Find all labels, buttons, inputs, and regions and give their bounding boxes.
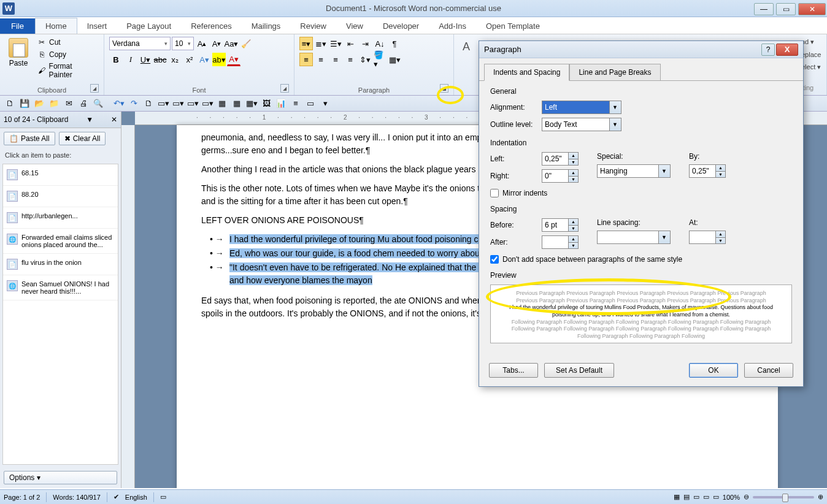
status-language[interactable]: English <box>125 494 147 501</box>
before-spinner[interactable]: 6 pt▲▼ <box>542 218 579 232</box>
align-left-button[interactable]: ≡ <box>299 53 313 66</box>
zoom-slider[interactable] <box>753 496 814 498</box>
ok-button[interactable]: OK <box>689 363 738 378</box>
increase-indent-button[interactable]: ⇥ <box>358 37 372 50</box>
numbering-button[interactable]: ≣▾ <box>314 37 328 50</box>
multilevel-button[interactable]: ☰▾ <box>329 37 342 50</box>
text-effects-button[interactable]: A▾ <box>198 53 211 66</box>
paste-all-button[interactable]: 📋Paste All <box>4 132 55 145</box>
view-read-icon[interactable]: ▤ <box>683 493 690 501</box>
qat-redo-icon[interactable]: ↷ <box>128 97 140 110</box>
zoom-out-button[interactable]: ⊖ <box>744 493 749 501</box>
underline-button[interactable]: U▾ <box>139 53 152 66</box>
insert-mode-icon[interactable]: ▭ <box>160 493 166 501</box>
mirror-indents-checkbox[interactable] <box>490 189 499 197</box>
clear-formatting-button[interactable]: 🧹 <box>239 37 253 50</box>
tab-home[interactable]: Home <box>35 18 77 34</box>
tab-indents-spacing[interactable]: Indents and Spacing <box>484 64 569 81</box>
paragraph-launcher[interactable]: ◢ <box>440 84 448 93</box>
special-combo[interactable]: Hanging▼ <box>597 164 671 178</box>
clipboard-pane-close[interactable]: ✕ <box>111 115 117 124</box>
bold-button[interactable]: B <box>109 53 123 66</box>
line-spacing-button[interactable]: ⇕▾ <box>358 53 372 66</box>
minimize-button[interactable]: — <box>754 3 774 15</box>
qat-table-icon[interactable]: ▦ <box>216 97 228 110</box>
font-color-button[interactable]: A▾ <box>227 53 240 66</box>
tab-insert[interactable]: Insert <box>77 18 117 34</box>
change-case-button[interactable]: Aa▾ <box>225 37 238 50</box>
dont-add-space-checkbox[interactable] <box>490 255 499 264</box>
dialog-close-button[interactable]: X <box>776 44 798 56</box>
indent-left-spinner[interactable]: 0,25"▲▼ <box>542 152 579 166</box>
qat-b4-icon[interactable]: ▭▾ <box>201 97 213 110</box>
font-size-combo[interactable]: 10 <box>172 37 194 50</box>
clip-item[interactable]: 📄88.20 <box>3 186 118 207</box>
qat-new-icon[interactable]: 🗋 <box>4 97 16 110</box>
qat-close-icon[interactable]: 📁 <box>48 97 60 110</box>
clip-item[interactable]: 📄http://urbanlegen... <box>3 207 118 229</box>
bullets-button[interactable]: ≡▾ <box>299 37 313 50</box>
qat-b7-icon[interactable]: ▭ <box>304 97 317 110</box>
superscript-button[interactable]: x² <box>183 53 196 66</box>
view-draft-icon[interactable]: ▭ <box>713 493 719 501</box>
qat-more-icon[interactable]: ▾ <box>319 97 331 110</box>
view-print-icon[interactable]: ▦ <box>674 493 680 501</box>
highlight-button[interactable]: ab▾ <box>212 53 226 66</box>
clip-item[interactable]: 🌐Sean Samuel ONIONS! I had never heard t… <box>3 275 118 300</box>
qat-preview-icon[interactable]: 🔍 <box>92 97 104 110</box>
format-painter-button[interactable]: 🖌Format Painter <box>34 61 99 80</box>
qat-center-icon[interactable]: ≡ <box>290 97 302 110</box>
justify-button[interactable]: ≡ <box>344 53 357 66</box>
shading-button[interactable]: 🪣▾ <box>373 53 387 66</box>
alignment-combo[interactable]: Left▼ <box>542 101 621 114</box>
tab-review[interactable]: Review <box>290 18 336 34</box>
cut-button[interactable]: ✂Cut <box>34 37 99 48</box>
borders-button[interactable]: ▦▾ <box>388 53 401 66</box>
dialog-help-button[interactable]: ? <box>761 44 775 56</box>
replace-button[interactable]: eplace <box>801 51 821 58</box>
status-page[interactable]: Page: 1 of 2 <box>4 494 40 501</box>
qat-open-icon[interactable]: 📂 <box>33 97 45 110</box>
at-spinner[interactable]: ▲▼ <box>689 231 726 244</box>
line-spacing-combo[interactable]: ▼ <box>597 231 671 244</box>
view-outline-icon[interactable]: ▭ <box>703 493 709 501</box>
after-spinner[interactable]: ▲▼ <box>542 235 579 249</box>
copy-button[interactable]: ⎘Copy <box>34 49 99 60</box>
tab-references[interactable]: References <box>181 18 241 34</box>
align-center-button[interactable]: ≡ <box>314 53 328 66</box>
qat-grid-icon[interactable]: ▦ <box>231 97 243 110</box>
qat-pic-icon[interactable]: 🖼 <box>260 97 272 110</box>
decrease-indent-button[interactable]: ⇤ <box>344 37 357 50</box>
tab-view[interactable]: View <box>336 18 373 34</box>
file-tab[interactable]: File <box>0 18 35 34</box>
status-words[interactable]: Words: 140/917 <box>53 494 100 501</box>
close-window-button[interactable]: ✕ <box>798 3 826 15</box>
paste-button[interactable]: Paste <box>5 37 32 85</box>
outline-combo[interactable]: Body Text▼ <box>542 118 621 131</box>
tab-page-layout[interactable]: Page Layout <box>117 18 181 34</box>
qat-save-icon[interactable]: 💾 <box>18 97 31 110</box>
show-marks-button[interactable]: ¶ <box>388 37 401 50</box>
qat-page-icon[interactable]: 🗋 <box>142 97 155 110</box>
zoom-level[interactable]: 100% <box>723 494 740 501</box>
maximize-button[interactable]: ▭ <box>776 3 796 15</box>
set-default-button[interactable]: Set As Default <box>544 363 614 378</box>
clipboard-options-button[interactable]: Options ▾ <box>4 471 117 484</box>
subscript-button[interactable]: x₂ <box>168 53 182 66</box>
clip-item[interactable]: 📄68.15 <box>3 164 118 186</box>
spellcheck-icon[interactable]: ✔ <box>113 493 119 501</box>
tab-mailings[interactable]: Mailings <box>242 18 291 34</box>
tabs-button[interactable]: Tabs... <box>489 363 538 378</box>
font-name-combo[interactable]: Verdana <box>109 37 171 50</box>
qat-mail-icon[interactable]: ✉ <box>63 97 75 110</box>
qat-b1-icon[interactable]: ▭▾ <box>157 97 169 110</box>
tab-open-template[interactable]: Open Template <box>476 18 550 34</box>
font-launcher[interactable]: ◢ <box>280 84 289 93</box>
strikethrough-button[interactable]: abc <box>153 53 167 66</box>
grow-font-button[interactable]: A▴ <box>195 37 209 50</box>
clipboard-launcher[interactable]: ◢ <box>90 84 99 93</box>
by-spinner[interactable]: 0,25"▲▼ <box>689 164 726 178</box>
cancel-button[interactable]: Cancel <box>744 363 793 378</box>
select-button[interactable]: elect ▾ <box>801 63 821 71</box>
vertical-ruler[interactable] <box>121 125 135 488</box>
